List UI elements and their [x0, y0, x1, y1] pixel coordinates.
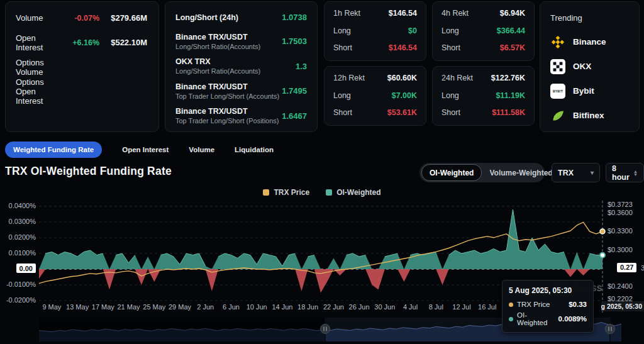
- navigator-handle-right[interactable]: [606, 325, 615, 334]
- x-axis-tick: 10 Jun: [247, 303, 267, 311]
- tooltip-series-label: OI-Weighted: [517, 311, 555, 326]
- x-axis-tick: 13 May: [66, 303, 89, 311]
- left-axis-tick: 0.0300%: [9, 218, 36, 225]
- tooltip-series-value: 0.0089%: [558, 315, 587, 323]
- left-axis-tick: 0.0200%: [9, 233, 36, 241]
- app-root: Volume-0.07%$279.66MOpen Interest+6.16%$…: [0, 0, 644, 344]
- tooltip-series-dot: [509, 302, 513, 307]
- tooltip-date: 5 Aug 2025, 05:30: [509, 286, 587, 295]
- left-axis-tick: -0.0200%: [6, 296, 36, 304]
- crosshair-price-dot: [600, 229, 605, 234]
- x-axis-tick: 26 Jun: [349, 303, 370, 311]
- left-axis-tick: -0.0100%: [6, 280, 36, 288]
- tooltip-row: TRX Price$0.33: [509, 301, 587, 308]
- x-axis-tick: 25 May: [143, 303, 165, 311]
- x-axis-tick: 12 Jul: [452, 303, 470, 311]
- x-axis-tick: 29 May: [169, 303, 191, 311]
- left-axis-tick: 0.0400%: [9, 202, 36, 209]
- x-axis-tick: 4 Jul: [403, 303, 418, 311]
- crosshair-time-label: 5 Aug 2025, 05:30: [601, 301, 644, 311]
- right-axis-tick-remnant: 30: [641, 264, 644, 272]
- x-axis-tick: 6 Jun: [223, 303, 240, 311]
- right-axis-tick: $0.3600: [608, 209, 633, 216]
- x-axis-tick: 30 Jun: [374, 303, 395, 311]
- tooltip-series-dot: [509, 317, 513, 321]
- right-axis-tick: $0.3723: [608, 201, 633, 208]
- x-axis-tick: 14 Jun: [272, 303, 292, 311]
- chart-tooltip: 5 Aug 2025, 05:30 TRX Price$0.33OI-Weigh…: [502, 280, 594, 333]
- left-axis-zero-label: 0.00: [16, 264, 36, 273]
- x-axis-tick: 17 May: [92, 303, 114, 311]
- crosshair-funding-dot: [600, 253, 605, 258]
- left-axis-tick: 0.0100%: [9, 249, 36, 257]
- x-axis-tick: 9 May: [42, 303, 61, 311]
- right-axis-tick: $0.2400: [608, 282, 633, 290]
- tooltip-row: OI-Weighted0.0089%: [509, 311, 587, 326]
- x-axis-tick: 8 Jul: [429, 303, 443, 311]
- navigator-dim-left: [39, 318, 325, 341]
- right-axis-zero-label: 0.27: [617, 263, 636, 272]
- x-axis-tick: 16 Jul: [478, 303, 496, 311]
- tooltip-series-value: $0.33: [569, 301, 587, 308]
- x-axis-tick: 21 May: [117, 303, 140, 311]
- x-axis-tick: 2 Jun: [197, 303, 214, 311]
- x-axis-tick: 22 Jun: [323, 303, 344, 311]
- right-axis-tick: $0.3000: [608, 246, 633, 253]
- oi-weighted-area-positive: [39, 209, 602, 269]
- tooltip-series-label: TRX Price: [517, 301, 565, 308]
- navigator-handle-left[interactable]: [321, 325, 330, 334]
- right-axis-tick: $0.3300: [608, 227, 633, 235]
- x-axis-tick: 18 Jun: [297, 303, 318, 311]
